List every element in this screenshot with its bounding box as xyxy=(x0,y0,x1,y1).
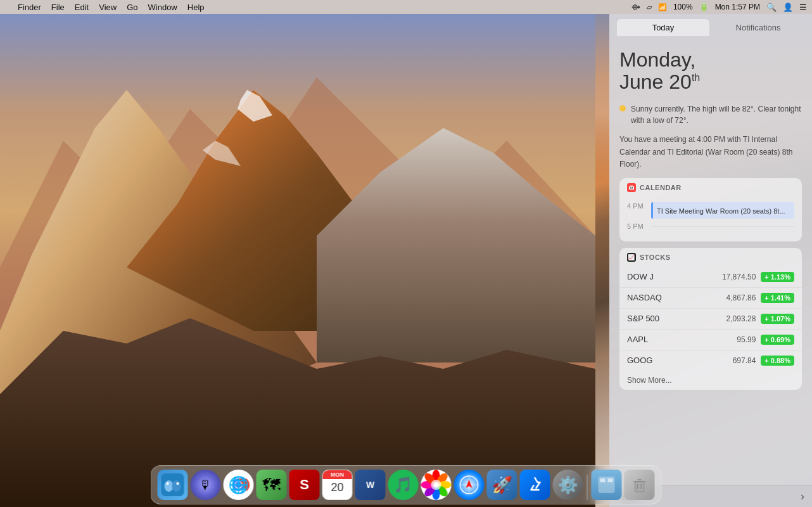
stock-change-4: + 0.88% xyxy=(761,356,794,366)
date-month-text: June 20 xyxy=(619,70,692,93)
weather-dot xyxy=(619,105,626,112)
finder-menu[interactable]: Finder xyxy=(18,3,41,12)
tab-notifications[interactable]: Notifications xyxy=(712,19,804,36)
stock-value-4: 697.84 xyxy=(671,356,756,365)
svg-rect-32 xyxy=(600,478,606,482)
panel-tabs: Today Notifications xyxy=(609,14,812,36)
calendar-header-label: CALENDAR xyxy=(640,184,682,191)
file-menu[interactable]: File xyxy=(51,3,65,12)
show-more-button[interactable]: Show More... xyxy=(619,371,802,390)
stock-name-2: S&P 500 xyxy=(627,314,671,323)
calendar-widget: 📅 CALENDAR 4 PM TI Site Meeting War Room… xyxy=(619,178,802,241)
wifi-icon[interactable]: 📶 xyxy=(658,3,667,11)
stocks-list: DOW J 17,874.50 + 1.13% NASDAQ 4,867.86 … xyxy=(619,267,802,371)
stock-row-0[interactable]: DOW J 17,874.50 + 1.13% xyxy=(619,267,802,288)
location-icon[interactable]: ⟴ xyxy=(631,3,640,11)
go-menu[interactable]: Go xyxy=(127,3,137,12)
date-month: June 20th xyxy=(619,71,802,93)
dock-siri[interactable]: 🎙 xyxy=(191,470,221,500)
svg-rect-33 xyxy=(608,478,613,482)
event-bar: TI Site Meeting War Room (20 seats) 8t..… xyxy=(651,202,794,219)
notification-panel: Today Notifications Monday, June 20th Su… xyxy=(609,14,812,507)
edit-menu[interactable]: Edit xyxy=(75,3,89,12)
notification-center-icon[interactable]: ☰ xyxy=(799,3,807,12)
panel-arrow-icon[interactable]: › xyxy=(801,490,804,503)
dock-safari[interactable] xyxy=(454,470,485,500)
stock-row-4[interactable]: GOOG 697.84 + 0.88% xyxy=(619,350,802,371)
dock-trash[interactable] xyxy=(625,470,655,500)
airplay-icon[interactable]: ▱ xyxy=(647,3,652,11)
stock-row-3[interactable]: AAPL 95.99 + 0.69% xyxy=(619,330,802,350)
dock: 🎙 🌐 🗺 S MON 20 W 🎵 xyxy=(151,465,662,504)
date-section: Monday, June 20th xyxy=(619,36,802,103)
svg-rect-34 xyxy=(635,482,644,492)
stocks-widget: 📈 STOCKS DOW J 17,874.50 + 1.13% NASDAQ … xyxy=(619,248,802,390)
dock-finder[interactable] xyxy=(158,470,188,500)
stocks-widget-header: 📈 STOCKS xyxy=(619,248,802,267)
dock-spotify[interactable]: 🎵 xyxy=(388,470,419,500)
tab-today[interactable]: Today xyxy=(617,19,709,36)
svg-point-9 xyxy=(165,480,174,492)
dock-downloads[interactable] xyxy=(592,470,622,500)
weather-text: Sunny currently. The high will be 82°. C… xyxy=(631,103,802,126)
dock-photos[interactable] xyxy=(421,470,452,500)
stock-row-1[interactable]: NASDAQ 4,867.86 + 1.41% xyxy=(619,288,802,309)
menubar-left: Finder File Edit View Go Window Help xyxy=(0,3,205,12)
window-menu[interactable]: Window xyxy=(148,3,177,12)
calendar-widget-content: 4 PM TI Site Meeting War Room (20 seats)… xyxy=(619,197,802,241)
stock-name-0: DOW J xyxy=(627,272,671,281)
datetime[interactable]: Mon 1:57 PM xyxy=(715,3,760,11)
stocks-header-label: STOCKS xyxy=(640,254,671,261)
stock-change-3: + 0.69% xyxy=(761,335,794,345)
help-menu[interactable]: Help xyxy=(187,3,205,12)
dock-separator xyxy=(587,475,588,500)
svg-point-12 xyxy=(177,482,179,485)
calendar-time-slot-4pm: 4 PM TI Site Meeting War Room (20 seats)… xyxy=(627,202,794,219)
dock-calendar[interactable]: MON 20 xyxy=(322,470,353,500)
stock-change-1: + 1.41% xyxy=(761,293,794,303)
dock-preferences[interactable]: ⚙️ xyxy=(553,470,583,500)
search-icon[interactable]: 🔍 xyxy=(766,3,777,12)
stock-name-1: NASDAQ xyxy=(627,293,671,302)
view-menu[interactable]: View xyxy=(99,3,117,12)
dock-maps[interactable]: 🗺 xyxy=(257,470,287,500)
meeting-text: You have a meeting at 4:00 PM with TI In… xyxy=(619,134,802,170)
stock-row-2[interactable]: S&P 500 2,093.28 + 1.07% xyxy=(619,309,802,330)
time-label-4pm: 4 PM xyxy=(627,202,646,210)
stock-value-1: 4,867.86 xyxy=(671,293,756,302)
dock-appstore[interactable] xyxy=(520,470,550,500)
battery-icon: 🔋 xyxy=(699,3,709,11)
calendar-widget-icon: 📅 xyxy=(627,183,636,192)
stock-name-3: AAPL xyxy=(627,335,671,344)
stocks-widget-icon: 📈 xyxy=(627,253,636,262)
stock-change-0: + 1.13% xyxy=(761,272,794,282)
stock-value-2: 2,093.28 xyxy=(671,314,756,323)
calendar-widget-header: 📅 CALENDAR xyxy=(619,178,802,197)
user-avatar[interactable]: 👤 xyxy=(783,3,793,12)
weather-section: Sunny currently. The high will be 82°. C… xyxy=(619,103,802,126)
stock-value-3: 95.99 xyxy=(671,335,756,344)
calendar-time-slot-5pm: 5 PM xyxy=(627,222,794,230)
dock-sheets[interactable]: S xyxy=(289,470,320,500)
time-label-5pm: 5 PM xyxy=(627,222,646,230)
date-day: Monday, xyxy=(619,49,802,71)
event-title: TI Site Meeting War Room (20 seats) 8t..… xyxy=(657,207,785,215)
stock-value-0: 17,874.50 xyxy=(671,273,756,281)
dock-word[interactable]: W xyxy=(355,470,386,500)
menubar: Finder File Edit View Go Window Help ⟴ ▱… xyxy=(0,0,812,14)
svg-point-11 xyxy=(167,482,169,485)
svg-point-26 xyxy=(431,480,441,490)
battery-percentage: 100% xyxy=(673,3,693,11)
calendar-event-block[interactable]: TI Site Meeting War Room (20 seats) 8t..… xyxy=(651,202,794,219)
dock-launchpad[interactable]: 🚀 xyxy=(487,470,517,500)
stock-change-2: + 1.07% xyxy=(761,314,794,324)
dock-chrome[interactable]: 🌐 xyxy=(224,470,254,500)
date-superscript: th xyxy=(692,73,700,84)
svg-point-10 xyxy=(172,480,181,492)
panel-content: Monday, June 20th Sunny currently. The h… xyxy=(609,36,812,485)
menubar-right: ⟴ ▱ 📶 100% 🔋 Mon 1:57 PM 🔍 👤 ☰ xyxy=(631,3,812,12)
stock-name-4: GOOG xyxy=(627,356,671,365)
